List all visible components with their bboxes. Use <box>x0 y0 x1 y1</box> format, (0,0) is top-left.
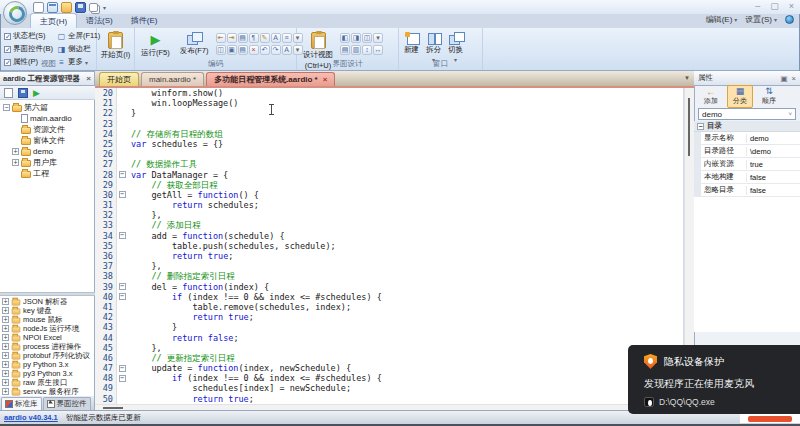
ribbon-tab-2[interactable]: 插件(E) <box>122 13 167 28</box>
properties-toolbar-2[interactable]: 顺序 <box>756 86 782 107</box>
line-number[interactable]: 28 <box>95 170 117 180</box>
fold-margin[interactable]: − <box>117 231 127 241</box>
code-line[interactable]: 49 schedules[index] = newSchedule; <box>95 383 683 393</box>
tree-item[interactable]: main.aardio <box>0 113 94 124</box>
object-selector-dropdown[interactable]: demo ˅ <box>698 108 796 120</box>
line-number[interactable]: 23 <box>95 119 117 129</box>
run-small-icon[interactable] <box>33 88 40 98</box>
open-icon[interactable] <box>61 2 72 13</box>
code-line[interactable]: 27// 数据操作工具 <box>95 159 683 169</box>
code-line[interactable]: 43 } <box>95 322 683 332</box>
property-value[interactable]: \demo <box>746 147 800 156</box>
tree-item[interactable]: 窗体文件 <box>0 135 94 146</box>
section-expander-icon[interactable]: − <box>697 123 704 130</box>
line-number[interactable]: 26 <box>95 149 117 159</box>
code-line[interactable]: 40− if (index !== 0 && index <= #schedul… <box>95 292 683 302</box>
code-line[interactable]: 22} <box>95 108 683 118</box>
property-row[interactable]: 内嵌资源true <box>694 158 800 171</box>
code-line[interactable]: 29 // 获取全部日程 <box>95 180 683 190</box>
line-number[interactable]: 45 <box>95 343 117 353</box>
window-icon[interactable]: ◫ <box>216 45 226 55</box>
lib-expander-icon[interactable]: + <box>2 379 9 386</box>
align-right-icon[interactable]: ◨ <box>351 33 361 43</box>
line-number[interactable]: 21 <box>95 98 117 108</box>
line-number[interactable]: 22 <box>95 108 117 118</box>
uncomment-icon[interactable]: ⇥ <box>227 33 237 43</box>
line-number[interactable]: 20 <box>95 88 117 98</box>
code-line[interactable]: 20 winform.show() <box>95 88 683 98</box>
lib-expander-icon[interactable]: + <box>2 325 9 332</box>
line-number[interactable]: 48 <box>95 373 117 383</box>
fold-margin[interactable]: − <box>117 190 127 200</box>
start-page-button[interactable]: 开始页(I) <box>98 31 134 60</box>
view-button-0[interactable]: 全屏(F11) <box>57 31 100 41</box>
tab-list-dropdown-icon[interactable]: ▼ <box>684 75 690 81</box>
line-number[interactable]: 32 <box>95 210 117 220</box>
code-line[interactable]: 39− del = function(index) { <box>95 282 683 292</box>
code-line[interactable]: 25var schedules = {} <box>95 139 683 149</box>
checkbox-icon[interactable]: ✓ <box>4 33 11 40</box>
new-page-icon[interactable] <box>4 88 13 98</box>
ribbon-tab-1[interactable]: 语法(S) <box>77 13 122 28</box>
editor-tab-1[interactable]: main.aardio * <box>141 72 204 86</box>
fold-margin[interactable]: − <box>117 282 127 292</box>
library-item[interactable]: +protobuf 序列化协议 <box>0 351 94 360</box>
qat-dropdown-icon[interactable]: ▾ <box>103 4 106 11</box>
line-number[interactable]: 34 <box>95 231 117 241</box>
view-button-1[interactable]: 侧边栏 <box>57 44 100 54</box>
anchor-h-icon[interactable]: ↔ <box>373 45 383 55</box>
run-button[interactable]: 运行(F5) <box>138 31 173 60</box>
lib-expander-icon[interactable]: + <box>2 370 9 377</box>
app-logo-icon[interactable] <box>3 1 27 25</box>
line-number[interactable]: 42 <box>95 312 117 322</box>
fold-marker-icon[interactable]: − <box>119 365 126 372</box>
version-link[interactable]: aardio v40.34.1 <box>4 413 58 422</box>
code-line[interactable]: 38 // 删除指定索引日程 <box>95 271 683 281</box>
dialog-icon[interactable]: ▣ <box>227 45 237 55</box>
line-number[interactable]: 46 <box>95 353 117 363</box>
property-value[interactable]: true <box>746 160 800 169</box>
property-value[interactable]: false <box>746 186 800 195</box>
library-item[interactable]: +service 服务程序 <box>0 387 94 396</box>
property-row[interactable]: 本地构建false <box>694 171 800 184</box>
window-group-button-0[interactable]: 新建 <box>402 31 421 60</box>
code-line[interactable]: 41 table.remove(schedules, index); <box>95 302 683 312</box>
minimize-button[interactable]: – <box>755 2 760 11</box>
lib-expander-icon[interactable]: + <box>2 298 9 305</box>
grid-icon[interactable]: ▤ <box>340 45 350 55</box>
align-left-icon[interactable]: ◧ <box>340 33 350 43</box>
lib-expander-icon[interactable]: + <box>2 343 9 350</box>
pin-icon[interactable] <box>781 74 788 83</box>
window-group-button-1[interactable]: 拆分▾ <box>424 31 443 60</box>
fold-margin[interactable]: − <box>117 373 127 383</box>
lib-expander-icon[interactable]: + <box>2 316 9 323</box>
fold-margin[interactable]: − <box>117 363 127 373</box>
line-number[interactable]: 31 <box>95 200 117 210</box>
lib-expander-icon[interactable]: + <box>2 334 9 341</box>
preview-icon[interactable] <box>47 2 58 13</box>
bookmark-icon[interactable]: ¶ <box>249 33 259 43</box>
new-file-icon[interactable] <box>33 2 44 13</box>
code-line[interactable]: 50 return true; <box>95 394 683 404</box>
help-icon[interactable] <box>785 15 794 24</box>
horizontal-scrollbar-thumb[interactable] <box>103 407 123 409</box>
editor-tab-2[interactable]: 多功能日程管理系统.aardio *× <box>206 72 335 86</box>
form-icon[interactable]: ▤ <box>238 45 248 55</box>
design-view-button[interactable]: 设计视图 (Ctrl+U) <box>300 31 336 60</box>
redo-icon[interactable]: ↷ <box>271 45 281 55</box>
tree-expander-icon[interactable]: + <box>12 148 19 155</box>
code-line[interactable]: 23 <box>95 119 683 129</box>
sidebar-tab-0[interactable]: 标准库 <box>1 397 42 410</box>
checkbox-icon[interactable]: ✓ <box>4 46 11 53</box>
code-line[interactable]: 35 table.push(schedules, schedule); <box>95 241 683 251</box>
close-properties-icon[interactable]: × <box>792 74 796 83</box>
line-number[interactable]: 41 <box>95 302 117 312</box>
code-line[interactable]: 44 return false; <box>95 333 683 343</box>
list-icon[interactable]: ≡ <box>282 33 292 43</box>
code-editor[interactable]: 20 winform.show()21 win.loopMessage()22}… <box>95 88 683 405</box>
menu-1[interactable]: 设置(S)▾ <box>745 14 777 25</box>
tree-item[interactable]: 资源文件 <box>0 124 94 135</box>
property-row[interactable]: 目录路径\demo <box>694 145 800 158</box>
line-number[interactable]: 44 <box>95 333 117 343</box>
line-number[interactable]: 36 <box>95 251 117 261</box>
